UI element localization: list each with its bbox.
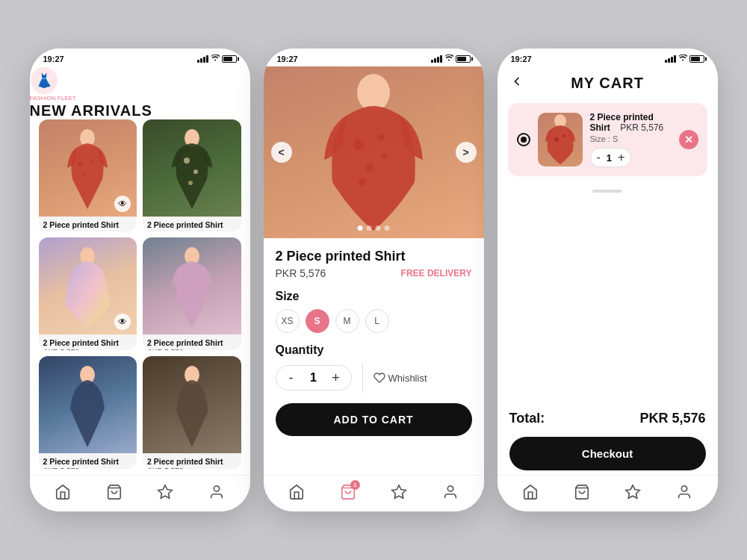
cart-qty-increase[interactable]: + [618, 151, 624, 164]
svg-point-27 [554, 137, 559, 142]
status-bar-3: 19:27 [498, 49, 718, 66]
nav-home-1[interactable] [52, 482, 73, 503]
cart-item-size: Size : S [590, 134, 672, 143]
svg-text:👗: 👗 [36, 72, 53, 89]
nav-profile-1[interactable] [206, 482, 227, 503]
cart-item-radio[interactable] [517, 133, 530, 146]
cart-header: MY CART [498, 66, 718, 97]
product-card-1[interactable]: 👁 2 Piece printed Shirt PKR 5,576 [39, 119, 137, 232]
nav-wishlist-2[interactable] [388, 482, 409, 503]
checkout-button[interactable]: Checkout [509, 437, 706, 470]
bottom-nav-1 [30, 475, 250, 511]
signal-icon-2 [431, 55, 442, 63]
product-detail-price: PKR 5,576 [276, 267, 326, 279]
phone-new-arrivals: 19:27 👗 [30, 49, 250, 511]
phone-product-detail: 19:27 [264, 49, 484, 511]
size-section-title: Size [276, 290, 472, 303]
cart-footer: Total: PKR 5,576 Checkout [498, 403, 718, 475]
svg-point-22 [359, 178, 366, 186]
svg-point-4 [90, 159, 93, 162]
nav-profile-3[interactable] [674, 482, 695, 503]
view-icon-1: 👁 [114, 196, 131, 212]
product-detail-content: 2 Piece printed Shirt PKR 5,576 FREE DEL… [264, 238, 484, 475]
carousel-dots [358, 225, 390, 231]
status-time-2: 19:27 [277, 55, 298, 63]
price-row: PKR 5,576 FREE DELIVERY [276, 267, 472, 279]
total-label: Total: [509, 411, 545, 426]
bottom-nav-3 [498, 475, 718, 511]
nav-cart-1[interactable] [104, 482, 125, 503]
svg-point-20 [365, 163, 374, 172]
svg-point-7 [184, 158, 190, 164]
product-card-3[interactable]: 👁 2 Piece printed Shirt PKR 5,576 [39, 237, 137, 350]
size-m[interactable]: M [335, 309, 359, 333]
product-card-5[interactable]: 2 Piece printed Shirt PKR 5,576 [39, 356, 137, 469]
product-grid: 👁 2 Piece printed Shirt PKR 5,576 [30, 119, 250, 475]
qty-decrease-btn[interactable]: - [282, 369, 300, 387]
cart-item-details: 2 Piece printed Shirt PKR 5,576 Size : S… [590, 112, 672, 167]
cart-qty-controls: - 1 + [590, 148, 632, 167]
next-btn[interactable]: > [456, 142, 477, 163]
product-price-2: PKR 5,576 [147, 231, 237, 232]
status-icons-2 [431, 55, 471, 63]
cart-qty-decrease[interactable]: - [597, 151, 601, 164]
status-bar-1: 19:27 [30, 49, 250, 66]
cart-item-image [538, 113, 583, 167]
svg-point-5 [82, 174, 85, 177]
page-title-1: NEW ARRIVALS [30, 102, 250, 119]
cart-page-title: MY CART [571, 75, 644, 92]
nav-cart-2[interactable]: 1 [338, 482, 359, 503]
radio-inner [521, 137, 527, 143]
wifi-icon-1 [211, 55, 220, 63]
nav-wishlist-3[interactable] [622, 482, 643, 503]
svg-point-19 [377, 134, 385, 141]
svg-point-8 [193, 169, 198, 174]
product-name-4: 2 Piece printed Shirt [147, 338, 237, 347]
add-to-cart-button[interactable]: ADD TO CART [276, 403, 472, 436]
wishlist-button[interactable]: Whishlist [374, 372, 427, 384]
phone-cart: 19:27 MY CART [498, 49, 718, 511]
size-xs[interactable]: XS [276, 309, 300, 333]
wifi-icon-2 [444, 55, 453, 63]
status-icons-3 [665, 55, 704, 63]
svg-point-3 [78, 162, 82, 167]
nav-home-3[interactable] [520, 482, 541, 503]
cart-qty-value: 1 [607, 152, 612, 164]
prev-btn[interactable]: < [271, 142, 292, 163]
product-detail-name: 2 Piece printed Shirt [276, 249, 472, 264]
size-s[interactable]: S [306, 309, 329, 333]
product-price-4: PKR 5,576 [147, 349, 237, 350]
dot-4[interactable] [385, 225, 390, 231]
product-card-2[interactable]: 2 Piece printed Shirt PKR 5,576 [143, 119, 241, 232]
nav-cart-3[interactable] [571, 482, 592, 503]
nav-profile-2[interactable] [440, 482, 461, 503]
svg-point-17 [357, 74, 390, 111]
battery-icon-3 [689, 55, 704, 63]
product-card-4[interactable]: 2 Piece printed Shirt PKR 5,576 [143, 237, 241, 350]
brand-label: FASHION FLEET [30, 95, 250, 102]
nav-home-2[interactable] [286, 482, 307, 503]
qty-divider [362, 363, 363, 393]
dot-2[interactable] [367, 225, 372, 231]
cart-item: 2 Piece printed Shirt PKR 5,576 Size : S… [508, 103, 707, 176]
svg-point-28 [562, 134, 565, 137]
product-price-1: PKR 5,576 [43, 231, 133, 232]
nav-wishlist-1[interactable] [155, 482, 176, 503]
dot-1[interactable] [358, 225, 363, 231]
wifi-icon-3 [678, 55, 687, 63]
cart-remove-button[interactable]: ✕ [679, 130, 698, 149]
product-card-6[interactable]: 2 Piece printed Shirt PKR 5,576 [143, 356, 241, 469]
signal-icon-1 [197, 55, 208, 63]
size-l[interactable]: L [365, 309, 389, 333]
back-button[interactable] [509, 74, 524, 93]
battery-icon-1 [222, 55, 237, 63]
dot-3[interactable] [376, 225, 381, 231]
qty-increase-btn[interactable]: + [327, 369, 345, 387]
product-price-3: PKR 5,576 [43, 349, 133, 350]
battery-icon-2 [456, 55, 471, 63]
product-name-2: 2 Piece printed Shirt [147, 220, 237, 229]
qty-wishlist-row: - 1 + Whishlist [276, 363, 472, 393]
cart-total-row: Total: PKR 5,576 [509, 411, 706, 426]
svg-point-25 [447, 486, 453, 491]
free-delivery-badge: FREE DELIVERY [401, 268, 472, 279]
